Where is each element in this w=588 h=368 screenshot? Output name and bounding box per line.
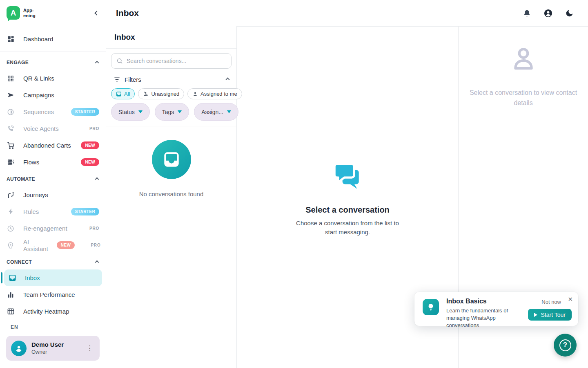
lightning-bolt-icon <box>7 208 15 216</box>
contact-person-icon <box>510 46 537 73</box>
language-label[interactable]: EN <box>0 324 106 336</box>
sidebar-item-rules[interactable]: Rules STARTER <box>0 203 106 220</box>
chat-empty-title: Select a conversation <box>305 205 390 215</box>
conversation-list-panel: Inbox Filters <box>106 26 237 368</box>
status-dropdown[interactable]: Status <box>111 103 150 121</box>
question-mark-icon: ? <box>559 339 571 351</box>
filters-section: Filters All <box>106 69 236 126</box>
starter-badge: STARTER <box>71 208 99 215</box>
sidebar-item-abandoned-carts[interactable]: Abandoned Carts NEW <box>0 137 106 154</box>
divider <box>0 51 106 52</box>
filters-header[interactable]: Filters <box>111 76 232 83</box>
new-badge: NEW <box>81 158 99 166</box>
not-now-button[interactable]: Not now <box>541 299 561 305</box>
sidebar-item-label: QR & Links <box>23 75 54 82</box>
filter-chip-all[interactable]: All <box>111 88 135 99</box>
filter-funnel-icon <box>114 76 120 83</box>
inbox-icon <box>8 274 16 282</box>
dashboard-icon <box>7 35 15 43</box>
user-slash-icon <box>143 91 149 97</box>
route-icon <box>7 191 15 199</box>
sidebar-item-team-performance[interactable]: Team Performance <box>0 286 106 303</box>
start-tour-button[interactable]: Start Tour <box>528 309 572 321</box>
user-role: Owner <box>31 349 64 355</box>
sidebar-item-label: Team Performance <box>23 291 75 298</box>
sidebar-item-voice-agents[interactable]: Voice Agents PRO <box>0 120 106 137</box>
sidebar-item-qr-links[interactable]: QR & Links <box>0 70 106 87</box>
user-card[interactable]: Demo User Owner ⋮ <box>6 336 100 361</box>
sidebar-item-inbox[interactable]: Inbox <box>4 269 102 286</box>
user-avatar <box>11 341 27 356</box>
chevron-down-icon <box>178 110 182 113</box>
sidebar-item-re-engagement[interactable]: Re-engagement PRO <box>0 220 106 237</box>
sidebar-item-ai-assistant[interactable]: AI Assistant NEW PRO <box>0 237 106 254</box>
filter-chips: All Unassigned Assigned to <box>111 88 232 99</box>
tags-dropdown[interactable]: Tags <box>155 103 189 121</box>
tour-popup: Inbox Basics Learn the fundamentals of m… <box>414 292 578 326</box>
user-name: Demo User <box>31 341 64 349</box>
filter-chip-assigned-to-me[interactable]: Assigned to me <box>187 88 242 99</box>
user-menu-icon[interactable]: ⋮ <box>84 344 96 352</box>
filter-chip-unassigned[interactable]: Unassigned <box>138 88 184 99</box>
sidebar-item-sequences[interactable]: Sequences STARTER <box>0 103 106 120</box>
section-header-automate[interactable]: AUTOMATE <box>0 172 106 186</box>
sidebar-item-journeys[interactable]: Journeys <box>0 186 106 203</box>
chat-empty-subtitle: Choose a conversation from the list to s… <box>293 219 402 237</box>
tour-title: Inbox Basics <box>446 298 512 305</box>
user-icon <box>192 91 198 97</box>
filters-label: Filters <box>125 76 141 83</box>
sidebar-item-campaigns[interactable]: Campaigns <box>0 87 106 103</box>
chat-header-strip <box>237 27 458 33</box>
close-icon[interactable]: ✕ <box>568 296 573 302</box>
chat-bubbles-icon <box>332 160 363 192</box>
account-avatar-icon[interactable] <box>543 8 553 18</box>
sidebar-item-label: Re-engagement <box>23 225 67 232</box>
logo-icon: A <box>7 6 20 20</box>
search-icon <box>116 58 123 64</box>
sidebar-collapse-icon[interactable] <box>94 11 99 15</box>
sidebar-item-label: Inbox <box>25 274 40 281</box>
assignee-dropdown[interactable]: Assign... <box>194 103 238 121</box>
sidebar-item-label: Sequences <box>23 108 54 115</box>
chevron-up-icon <box>95 61 99 65</box>
section-header-engage[interactable]: ENGAGE <box>0 55 106 70</box>
sidebar-item-dashboard[interactable]: Dashboard <box>0 31 106 47</box>
tour-actions: Not now Start Tour <box>528 298 572 321</box>
sidebar-item-label: Voice Agents <box>23 125 59 132</box>
dark-mode-moon-icon[interactable] <box>564 8 574 18</box>
chevron-up-icon <box>95 260 99 264</box>
heatmap-grid-icon <box>7 307 15 316</box>
chevron-down-icon <box>138 110 143 113</box>
help-button[interactable]: ? <box>554 334 577 357</box>
chevron-up-icon <box>95 177 99 181</box>
sidebar-item-label: AI Assistant <box>23 238 48 252</box>
tour-body: Learn the fundamentals of managing Whats… <box>446 307 512 329</box>
pro-tag: PRO <box>89 126 99 131</box>
inbox-empty-icon <box>152 140 191 179</box>
inbox-icon <box>116 91 122 97</box>
chevron-up-icon <box>226 78 230 82</box>
new-badge: NEW <box>57 241 75 249</box>
search-input[interactable] <box>127 58 226 64</box>
play-icon <box>534 313 537 317</box>
sidebar-item-activity-heatmap[interactable]: Activity Heatmap <box>0 303 106 316</box>
starter-badge: STARTER <box>71 108 99 116</box>
sidebar-item-flows[interactable]: AUTOMATE Flows NEW <box>0 154 106 171</box>
logo-text: App- ening <box>23 8 36 18</box>
page-title: Inbox <box>116 8 139 18</box>
lightbulb-icon <box>423 299 439 315</box>
sequence-icon <box>7 108 15 116</box>
user-meta: Demo User Owner <box>31 341 64 355</box>
sidebar: A App- ening Dashboard ENGAGE <box>0 0 106 368</box>
section-header-connect[interactable]: CONNECT <box>0 255 106 269</box>
sidebar-item-label: Journeys <box>23 191 48 198</box>
topbar: Inbox <box>106 0 588 26</box>
notifications-bell-icon[interactable] <box>522 8 532 18</box>
pro-tag: PRO <box>89 226 99 231</box>
phone-icon <box>7 125 15 133</box>
app-logo: A App- ening <box>7 6 36 20</box>
sidebar-nav: Dashboard ENGAGE QR & Links Campaigns <box>0 26 106 316</box>
ai-assistant-icon <box>7 241 15 249</box>
bar-chart-icon <box>7 291 15 299</box>
chevron-down-icon <box>227 110 231 113</box>
